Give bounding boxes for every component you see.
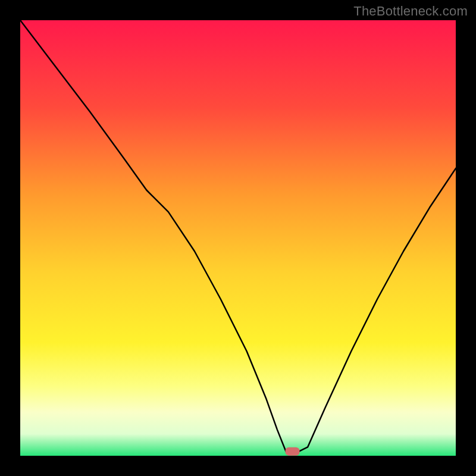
watermark-label: TheBottleneck.com — [353, 4, 468, 19]
optimal-marker — [286, 447, 300, 456]
plot-area — [20, 20, 456, 456]
chart-frame: TheBottleneck.com — [0, 0, 476, 476]
plot-svg — [20, 20, 456, 456]
gradient-background — [20, 20, 456, 456]
